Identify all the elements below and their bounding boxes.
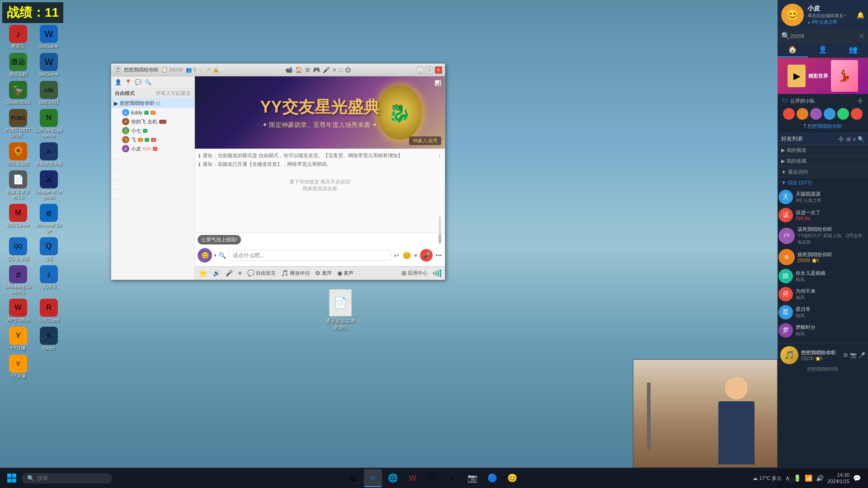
user-xiaoqi[interactable]: 七 小七 ↑ (111, 126, 194, 135)
chat-return-icon[interactable]: ↵ (394, 251, 400, 260)
more-options-1[interactable]: ... (111, 153, 194, 163)
bottom-eq[interactable]: ≡ (238, 270, 242, 277)
header-mic-icon[interactable]: 🎤 (323, 66, 330, 73)
my-favorites-toggle[interactable]: ▶ 我的收藏 (778, 156, 868, 167)
icon-riot[interactable]: R Riot Client (35, 299, 62, 323)
bottom-star-icon[interactable]: ⭐ (198, 269, 208, 277)
close-button[interactable]: ✕ (435, 66, 442, 74)
taskbar-app-browser[interactable]: e (364, 469, 382, 487)
bottom-accompaniment[interactable]: 🎵 播放伴侣 (281, 270, 310, 277)
bottom-volume[interactable]: 🔊 (213, 270, 220, 277)
chat-more2-icon[interactable]: ••• (435, 252, 442, 259)
friend-item-7[interactable]: 星 星日常 南风 (778, 303, 868, 321)
header-eq-icon[interactable]: ≡ (333, 66, 336, 73)
friend-item-5[interactable]: 娘 你女儿是娘娘 南风 (778, 267, 868, 285)
right-nav-home[interactable]: 🏠 (778, 42, 808, 57)
right-nav-friends[interactable]: 👥 (838, 42, 868, 57)
header-power-icon[interactable]: ⏻ (345, 66, 351, 73)
chat-avatar-button[interactable]: 😊 (198, 248, 212, 263)
icon-qqmusic[interactable]: ♪ QQ音乐 (35, 265, 62, 295)
taskbar-app-camera[interactable]: 📷 (463, 469, 481, 487)
bottom-mic[interactable]: 🎤 (226, 270, 233, 277)
scroll-up[interactable]: ↑ (438, 152, 441, 160)
location-icon[interactable]: 📍 (124, 78, 132, 86)
icon-yy-broadcast[interactable]: Y YY任播 (5, 327, 32, 351)
main-channel[interactable]: ▶ 想把我唱给你听 91 (111, 99, 194, 108)
more-options-4[interactable]: ... (111, 183, 194, 193)
sys-arrow-icon[interactable]: ∧ (785, 474, 790, 482)
broadcaster-settings-icon[interactable]: ⚙ (843, 352, 848, 358)
bottom-mic-queue[interactable]: ⚙ 麦序 (315, 270, 332, 277)
icon-steam[interactable]: S Steam (35, 327, 62, 351)
friends-list-icon[interactable]: ≡ (853, 136, 856, 142)
header-video-icon[interactable]: 📹 (285, 66, 292, 73)
icon-lol[interactable]: ⚔ 英雄联盟体验 (35, 142, 62, 167)
add-friend-icon[interactable]: ➕ (838, 136, 844, 142)
taskbar-app-circle[interactable]: 🔵 (483, 469, 501, 487)
friend-item-8[interactable]: 梦 梦醒时分 南风 (778, 321, 868, 339)
online-count[interactable]: ▼ 综合 (2/77) (778, 178, 868, 188)
sys-sound-icon[interactable]: 🔊 (816, 474, 824, 482)
icon-cubase[interactable]: ♬ Steinberg Cubase 5 (5, 265, 32, 295)
icon-geforce[interactable]: N GeFore Experience (35, 109, 62, 139)
icon-msi[interactable]: M MSI Center (5, 204, 32, 234)
friend-item-2[interactable]: 该 该进一次了 299.8w (778, 206, 868, 224)
friend-item-4[interactable]: 烦 烦死我唱给你听 29209 ⭐5 (778, 247, 868, 267)
user-plane[interactable]: ✈ 你的飞 去机 🎮 (111, 117, 194, 126)
icon-wegame[interactable]: W WeGame (35, 25, 62, 49)
taskbar-app-360[interactable]: 🛡 (424, 469, 442, 487)
friends-search-icon[interactable]: 🔍 (858, 136, 864, 142)
bottom-sound[interactable]: ◉ 素声 (337, 270, 354, 277)
icon-wechat-remote[interactable]: 微远 微信远程 (5, 53, 32, 77)
chat-dropdown-icon[interactable]: ▾ (214, 252, 217, 258)
titlebar-share[interactable]: ↗ (206, 67, 210, 73)
icon-wps[interactable]: W WPS Office (5, 299, 32, 323)
more-options-5[interactable]: ... (111, 193, 194, 203)
right-search-close[interactable]: ✕ (859, 32, 864, 40)
icon-edge[interactable]: e Microsoft Edge (35, 204, 62, 234)
taskbar-search-input[interactable] (37, 475, 100, 481)
icon-textfile[interactable]: 📄 新建 文本文档 (3) (5, 170, 32, 200)
icon-sunflower[interactable]: 🌻 向日葵远程 (5, 142, 32, 167)
maximize-button[interactable]: □ (426, 66, 433, 74)
chat-mic-button[interactable]: 🎤 (420, 249, 433, 262)
more-options-2[interactable]: ... (111, 163, 194, 173)
user-fei[interactable]: 飞 飞 V ↑ 2 (111, 135, 194, 144)
icon-yy-open[interactable]: Y YY开播 (5, 355, 32, 379)
broadcaster-camera-icon[interactable]: 📷 (850, 352, 857, 358)
user-xiaopi[interactable]: 皮 小皮 01% 2 (111, 144, 194, 153)
header-game-icon[interactable]: 🎮 (313, 66, 320, 73)
friend-item-6[interactable]: 何 为何不来 南风 (778, 285, 868, 303)
squad-plus-icon[interactable]: ➕ (857, 98, 863, 104)
icon-goose-duck[interactable]: 🦆 Goose Duck (5, 81, 32, 105)
yy-chat-area[interactable]: ℹ 通知：当前频道的模式是 自由模式，你可以随意发言。【宝客货、网络带宽点用稍有… (195, 149, 445, 233)
icon-qq[interactable]: Q QQ (35, 237, 62, 262)
broadcaster-mic-icon[interactable]: 🎤 (859, 352, 865, 358)
taskbar-app-face[interactable]: 😊 (503, 469, 521, 487)
taskbar-app-files[interactable]: 🗂 (344, 469, 362, 487)
search-icon[interactable]: 🔍 (144, 78, 152, 86)
icon-qq-desktop[interactable]: QQ QQ 云桌面 (5, 237, 32, 262)
header-grid-icon[interactable]: ⊞ (305, 66, 310, 73)
icon-pubg[interactable]: PUBG PUBG BATTLEGR... (5, 109, 32, 139)
chat-icon[interactable]: 💬 (134, 78, 142, 86)
user-icon[interactable]: 👤 (114, 78, 122, 86)
minimize-button[interactable]: _ (417, 66, 424, 74)
chat-input-field[interactable] (229, 250, 391, 261)
my-channels-toggle[interactable]: ▶ 我的频道 (778, 145, 868, 156)
right-nav-user[interactable]: 👤 (808, 42, 838, 57)
start-button[interactable] (4, 470, 20, 486)
taskbar-app-wps[interactable]: W (404, 469, 422, 487)
chat-search-icon[interactable]: 🔍 (218, 252, 226, 259)
taskbar-search-bar[interactable]: 🔍 (22, 473, 112, 483)
bottom-app-center[interactable]: ⊞ 应用中心 (401, 270, 428, 277)
more-options-3[interactable]: ... (111, 173, 194, 183)
friend-item-1[interactable]: 天 天賜我源源 4/8 云蒸之晖 (778, 188, 868, 206)
right-bell-icon[interactable]: 🔔 (857, 11, 864, 19)
icon-lol2[interactable]: ⚔ League of Legends (35, 170, 62, 200)
desktop-file-icon[interactable]: 📄 通天攻击文本的(时) (326, 289, 355, 331)
friend-item-3[interactable]: YY 该死我唱给你听 YY福利大厅-新版上线、Q币反铁免皮肤 (778, 224, 868, 247)
user-eddy[interactable]: E Eddy ↑ V (111, 108, 194, 117)
icon-game1[interactable]: zdfp zdfp 2491 (35, 81, 62, 105)
sys-notification-icon[interactable]: 💬 (853, 474, 861, 482)
